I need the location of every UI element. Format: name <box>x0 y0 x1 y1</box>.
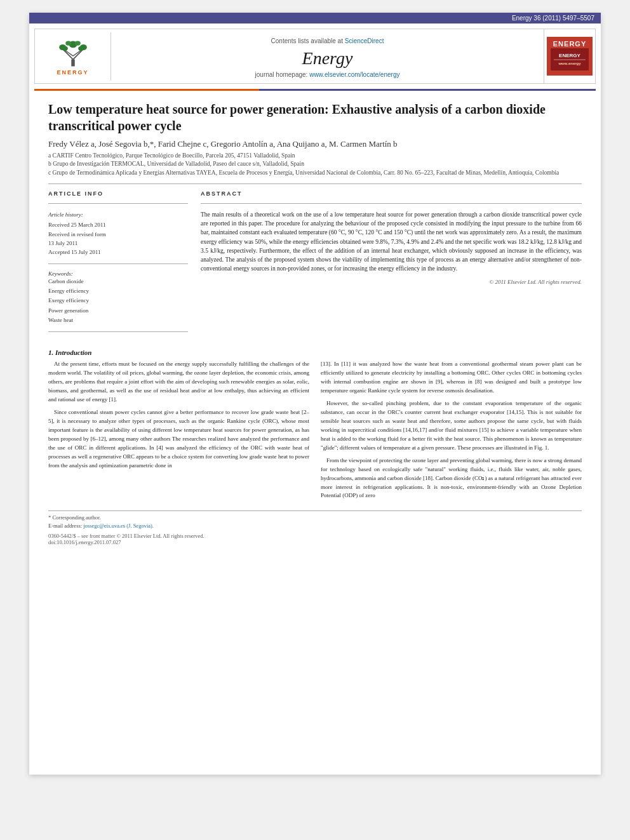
footnote-corresponding: * Corresponding author. <box>48 514 582 522</box>
svg-point-8 <box>78 46 84 50</box>
intro-para-1: At the present time, efforts must be foc… <box>48 360 309 404</box>
svg-point-10 <box>65 41 71 45</box>
copyright: © 2011 Elsevier Ltd. All rights reserved… <box>201 279 582 285</box>
abstract-column: ABSTRACT The main results of a theoretic… <box>201 190 582 338</box>
keywords-list: Carbon dioxide Energy efficiency Exergy … <box>48 277 188 325</box>
doi-line: doi:10.1016/j.energy.2011.07.027 <box>48 539 582 545</box>
intro-para-2: Since conventional steam power cycles ca… <box>48 408 309 470</box>
intro-para-5: From the viewpoint of protecting the ozo… <box>321 457 582 501</box>
journal-homepage: journal homepage: www.elsevier.com/locat… <box>116 71 539 78</box>
journal-name: Energy <box>116 48 539 69</box>
journal-header: ENERGY Contents lists available at Scien… <box>34 29 596 84</box>
energy-badge: ENERGY ENERGY www.energy <box>547 37 593 76</box>
keyword-1: Carbon dioxide <box>48 277 188 286</box>
keyword-4: Power generation <box>48 306 188 316</box>
header-divider <box>48 183 582 184</box>
intro-para-3: [13]. In [11] it was analyzed how the wa… <box>321 360 582 396</box>
affiliation-a: a CARTIF Centro Tecnológico, Parque Tecn… <box>48 152 582 160</box>
article-info-column: ARTICLE INFO Article history: Received 2… <box>48 190 188 338</box>
abstract-label: ABSTRACT <box>201 190 582 197</box>
svg-rect-0 <box>71 59 74 66</box>
abstract-text: The main results of a theoretical work o… <box>201 210 582 274</box>
keywords-label: Keywords: <box>48 270 188 277</box>
article-title: Low temperature heat source for power ge… <box>48 101 582 134</box>
journal-title-area: Contents lists available at ScienceDirec… <box>111 29 544 83</box>
issn-line: 0360-5442/$ – see front matter © 2011 El… <box>48 533 582 539</box>
sciencedirect-link[interactable]: ScienceDirect <box>345 37 384 44</box>
elsevier-tree-icon <box>54 37 92 69</box>
affiliation-c: c Grupo de Termodinámica Aplicada y Ener… <box>48 169 582 177</box>
journal-reference-bar: Energy 36 (2011) 5497–5507 <box>29 13 601 23</box>
info-abstract-section: ARTICLE INFO Article history: Received 2… <box>48 190 582 338</box>
introduction-section: 1. Introduction At the present time, eff… <box>48 349 582 504</box>
keyword-2: Energy efficiency <box>48 286 188 296</box>
abstract-top-divider <box>201 203 582 204</box>
revised-date: 13 July 2011 <box>48 240 77 246</box>
authors-line: Fredy Vélez a, José Segovia b,*, Farid C… <box>48 139 582 149</box>
intro-para-4: However, the so-called pinching problem,… <box>321 399 582 453</box>
elsevier-text: ENERGY <box>57 69 88 76</box>
journal-reference: Energy 36 (2011) 5497–5507 <box>512 15 594 22</box>
color-bar <box>34 89 596 91</box>
svg-rect-12 <box>551 48 589 70</box>
affiliation-b: b Grupo de Investigación TERMOCAL, Unive… <box>48 160 582 168</box>
footnote-section: * Corresponding author. E-mail address: … <box>48 510 582 530</box>
accepted-label: Accepted 15 July 2011 <box>48 249 100 255</box>
energy-logo-area: ENERGY ENERGY www.energy <box>544 34 595 79</box>
svg-text:ENERGY: ENERGY <box>559 53 580 58</box>
keywords-section: Keywords: Carbon dioxide Energy efficien… <box>48 270 188 325</box>
publisher-logo-area: ENERGY <box>35 32 111 81</box>
article-info-label: ARTICLE INFO <box>48 190 188 197</box>
history-label: Article history: <box>48 210 188 219</box>
homepage-url[interactable]: www.elsevier.com/locate/energy <box>309 71 399 78</box>
intro-col-right: [13]. In [11] it was analyzed how the wa… <box>321 360 582 504</box>
svg-point-7 <box>62 46 67 50</box>
bottom-divider <box>48 331 188 332</box>
footnote-email: E-mail address: jossegc@eis.uva.es (J. S… <box>48 522 582 530</box>
contents-available-text: Contents lists available at <box>271 37 345 44</box>
intro-columns: At the present time, efforts must be foc… <box>48 360 582 504</box>
article-history: Article history: Received 25 March 2011 … <box>48 210 188 257</box>
doi-bar: 0360-5442/$ – see front matter © 2011 El… <box>48 533 582 545</box>
affiliations: a CARTIF Centro Tecnológico, Parque Tecn… <box>48 152 582 177</box>
keywords-divider <box>48 263 188 264</box>
svg-point-11 <box>74 41 80 45</box>
section1-title: 1. Introduction <box>48 349 582 356</box>
sciencedirect-notice: Contents lists available at ScienceDirec… <box>116 34 539 46</box>
revised-label: Received in revised form <box>48 231 106 237</box>
received-date: Received 25 March 2011 <box>48 222 105 228</box>
info-divider <box>48 203 188 204</box>
footnote-email-address: jossegc@eis.uva.es (J. Segovia). <box>83 523 154 529</box>
intro-col-left: At the present time, efforts must be foc… <box>48 360 309 504</box>
energy-logo-icon: ENERGY www.energy <box>551 48 589 70</box>
article-content: Low temperature heat source for power ge… <box>29 101 601 558</box>
article-page: Energy 36 (2011) 5497–5507 ENERG <box>29 13 601 775</box>
keyword-5: Waste heat <box>48 316 188 325</box>
keyword-3: Exergy efficiency <box>48 296 188 305</box>
svg-text:www.energy: www.energy <box>558 62 581 65</box>
